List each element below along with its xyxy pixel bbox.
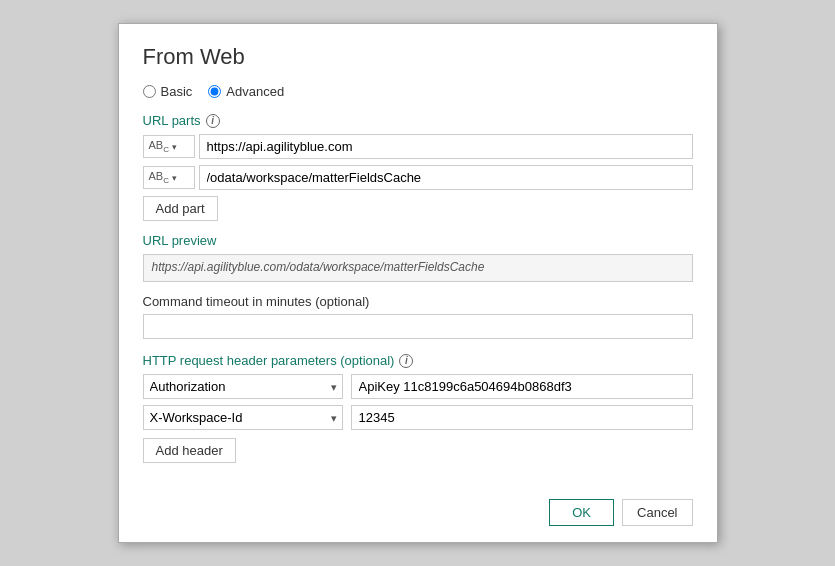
header1-value-input[interactable] <box>351 374 693 399</box>
advanced-radio-label[interactable]: Advanced <box>208 84 284 99</box>
timeout-label: Command timeout in minutes (optional) <box>143 294 693 309</box>
header-row-2: Authorization Accept Content-Type X-Work… <box>143 405 693 430</box>
cancel-button[interactable]: Cancel <box>622 499 692 526</box>
basic-radio-label[interactable]: Basic <box>143 84 193 99</box>
basic-radio[interactable] <box>143 85 156 98</box>
url-part2-input[interactable] <box>199 165 693 190</box>
header2-name-select[interactable]: Authorization Accept Content-Type X-Work… <box>143 405 343 430</box>
dialog-title: From Web <box>143 44 693 70</box>
header2-value-input[interactable] <box>351 405 693 430</box>
header-row-1: Authorization Accept Content-Type X-Work… <box>143 374 693 399</box>
http-headers-label: HTTP request header parameters (optional… <box>143 353 693 368</box>
basic-radio-text: Basic <box>161 84 193 99</box>
url-part1-input[interactable] <box>199 134 693 159</box>
http-headers-info-icon[interactable]: i <box>399 354 413 368</box>
abc-icon-2: ABC <box>149 170 169 185</box>
dialog-footer: OK Cancel <box>143 487 693 526</box>
timeout-input[interactable] <box>143 314 693 339</box>
url-part-row-2: ABC ▾ <box>143 165 693 190</box>
chevron-icon-1: ▾ <box>172 142 177 152</box>
url-parts-label: URL parts i <box>143 113 693 128</box>
url-parts-info-icon[interactable]: i <box>206 114 220 128</box>
header1-name-select[interactable]: Authorization Accept Content-Type X-Work… <box>143 374 343 399</box>
header-rows: Authorization Accept Content-Type X-Work… <box>143 374 693 430</box>
url-part1-type-select[interactable]: ABC ▾ <box>143 135 195 158</box>
url-part-row-1: ABC ▾ <box>143 134 693 159</box>
header2-name-wrapper: Authorization Accept Content-Type X-Work… <box>143 405 343 430</box>
chevron-icon-2: ▾ <box>172 173 177 183</box>
abc-icon-1: ABC <box>149 139 169 154</box>
from-web-dialog: From Web Basic Advanced URL parts i ABC … <box>118 23 718 543</box>
add-header-button[interactable]: Add header <box>143 438 236 463</box>
mode-radio-group: Basic Advanced <box>143 84 693 99</box>
add-part-button[interactable]: Add part <box>143 196 218 221</box>
url-preview-box: https://api.agilityblue.com/odata/worksp… <box>143 254 693 282</box>
header1-name-wrapper: Authorization Accept Content-Type X-Work… <box>143 374 343 399</box>
advanced-radio-text: Advanced <box>226 84 284 99</box>
url-preview-label: URL preview <box>143 233 693 248</box>
url-part2-type-select[interactable]: ABC ▾ <box>143 166 195 189</box>
advanced-radio[interactable] <box>208 85 221 98</box>
ok-button[interactable]: OK <box>549 499 614 526</box>
